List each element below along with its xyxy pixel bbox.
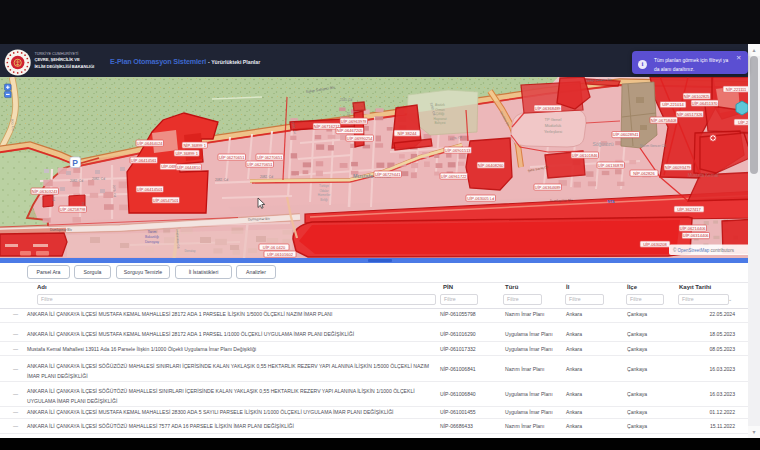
svg-text:UİP-06547501: UİP-06547501 <box>153 198 180 203</box>
svg-text:UİP-063005 Ld: UİP-063005 Ld <box>467 196 494 201</box>
svg-text:UİP-06314406: UİP-06314406 <box>683 233 710 238</box>
svg-text:Bahçesi: Bahçesi <box>434 121 445 125</box>
svg-text:UİP-221014: UİP-221014 <box>662 102 684 107</box>
svg-text:UİP 06270651: UİP 06270651 <box>257 155 283 160</box>
svg-text:UİP-06901513: UİP-06901513 <box>445 148 472 153</box>
svg-text:2082. Cd: 2082. Cd <box>215 178 228 182</box>
svg-text:Danışyay: Danışyay <box>145 240 159 244</box>
svg-text:UİP-06414561: UİP-06414561 <box>131 158 158 163</box>
svg-text:UİP-0644810: UİP-0644810 <box>177 165 201 170</box>
svg-text:NTA: NTA <box>607 200 615 204</box>
svg-text:2082. Cd: 2082. Cd <box>260 175 273 179</box>
svg-text:UİP 06729441: UİP 06729441 <box>375 172 401 177</box>
svg-text:NİP-06102825: NİP-06102825 <box>684 94 711 99</box>
svg-text:Hayvanat: Hayvanat <box>433 117 446 121</box>
svg-text:Dumlupınar Blv: Dumlupınar Blv <box>50 228 72 232</box>
svg-text:Çiftliği: Çiftliği <box>436 112 445 116</box>
svg-text:UİP-3627417: UİP-3627417 <box>677 207 701 212</box>
svg-text:Yerleşkesi: Yerleşkesi <box>544 129 562 134</box>
svg-text:UİP 06270651: UİP 06270651 <box>219 155 245 160</box>
svg-text:UİP-36899 1: UİP-36899 1 <box>175 151 198 156</box>
svg-text:NİP-062826: NİP-062826 <box>633 171 655 176</box>
svg-text:Atatürk: Atatürk <box>435 103 445 107</box>
svg-text:NİP-36899 1: NİP-36899 1 <box>183 143 206 148</box>
svg-text:UİP-06364689: UİP-06364689 <box>535 185 562 190</box>
svg-text:UİP-06464024: UİP-06464024 <box>137 141 164 146</box>
svg-text:Odalar: Odalar <box>319 189 328 193</box>
svg-text:P: P <box>72 158 78 168</box>
svg-text:Bakanlığı: Bakanlığı <box>145 235 159 239</box>
svg-text:UİP-06451370: UİP-06451370 <box>692 101 719 106</box>
svg-text:NİP-06517326: NİP-06517326 <box>677 112 704 117</box>
svg-text:Birliği: Birliği <box>320 198 328 202</box>
svg-text:UİP-06270651: UİP-06270651 <box>247 162 274 167</box>
svg-text:Nazım Gencer Cd.: Nazım Gencer Cd. <box>640 144 667 148</box>
svg-text:NİP-06408260: NİP-06408260 <box>478 163 505 168</box>
svg-text:NİP-221111: NİP-221111 <box>726 87 747 92</box>
svg-text:2082. Cd: 2082. Cd <box>70 179 83 183</box>
svg-text:© OpenStreetMap contributors: © OpenStreetMap contributors <box>673 247 735 253</box>
svg-text:UİP-06961722: UİP-06961722 <box>441 174 468 179</box>
svg-text:NİP-06467205: NİP-06467205 <box>337 128 364 133</box>
svg-text:2082. Cd: 2082. Cd <box>92 177 105 181</box>
svg-text:UİP-06990254: UİP-06990254 <box>347 136 374 141</box>
svg-text:Dumlupınar Blv: Dumlupınar Blv <box>248 217 270 222</box>
svg-text:NİP 38244: NİP 38244 <box>398 131 418 136</box>
svg-text:UİP-0630208: UİP-0630208 <box>643 242 667 247</box>
svg-text:NİP-06303243: NİP-06303243 <box>32 189 59 194</box>
svg-text:Mustafa Kemal: Mustafa Kemal <box>688 173 719 178</box>
svg-text:UİP-06136878: UİP-06136878 <box>598 163 625 168</box>
svg-text:Dumlupınar Blv: Dumlupınar Blv <box>550 198 573 203</box>
svg-text:UİP-06414501: UİP-06414501 <box>137 187 164 192</box>
svg-text:NİP-06758408: NİP-06758408 <box>651 118 678 123</box>
svg-text:UİP-069: UİP-069 <box>161 164 176 169</box>
svg-text:UİP-06214406: UİP-06214406 <box>680 226 707 231</box>
svg-text:NİP-06093479: NİP-06093479 <box>665 165 692 170</box>
svg-text:Söğütözü: Söğütözü <box>592 141 613 147</box>
svg-text:Hizmetler: Hizmetler <box>318 193 331 197</box>
svg-text:UİP-06 0420: UİP-06 0420 <box>263 245 286 250</box>
svg-text:TP Genel: TP Genel <box>545 117 562 122</box>
svg-text:UİP-06258798: UİP-06258798 <box>60 207 87 212</box>
svg-text:Donatay: Donatay <box>184 249 196 253</box>
svg-text:UİP-06101846: UİP-06101846 <box>572 153 599 158</box>
svg-text:Türkiye: Türkiye <box>319 184 329 188</box>
svg-text:UİP-06028941: UİP-06028941 <box>613 132 640 137</box>
svg-text:Tarım: Tarım <box>148 230 157 234</box>
svg-text:2145. Cd: 2145. Cd <box>340 98 353 102</box>
svg-text:UİP-06963978: UİP-06963978 <box>341 119 368 124</box>
svg-text:Müdürlük: Müdürlük <box>545 123 561 128</box>
svg-text:UİP-06101602: UİP-06101602 <box>267 252 294 257</box>
svg-text:Orman: Orman <box>435 108 445 112</box>
svg-text:UİP-06368489: UİP-06368489 <box>535 106 562 111</box>
